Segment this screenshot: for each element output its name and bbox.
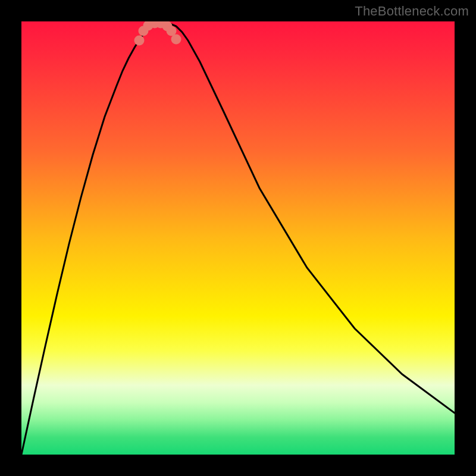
chart-svg: [21, 21, 455, 455]
marker-dot: [171, 35, 181, 45]
marker-dot: [134, 36, 145, 46]
watermark-text: TheBottleneck.com: [355, 4, 469, 19]
chart-plot-area: [21, 21, 455, 455]
bottleneck-curve: [21, 23, 455, 455]
